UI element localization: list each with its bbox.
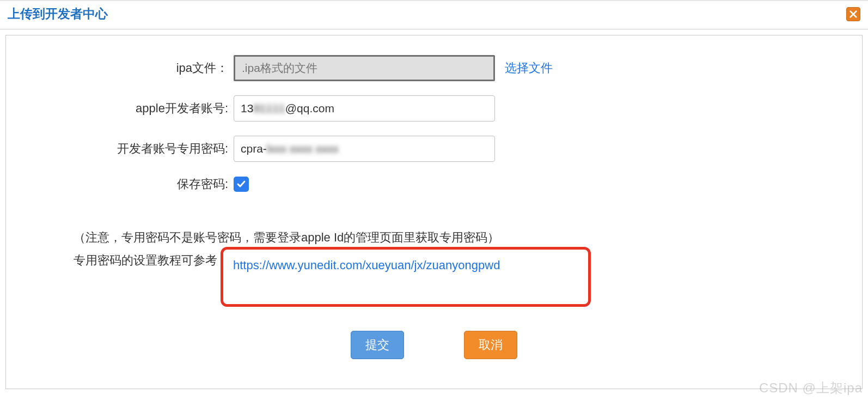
row-save-password: 保存密码: [6,176,862,192]
account-value-prefix: 13 [241,102,253,115]
app-password-label: 开发者账号专用密码: [6,141,234,157]
save-password-label: 保存密码: [6,176,234,192]
select-file-link[interactable]: 选择文件 [505,60,553,76]
submit-button[interactable]: 提交 [351,331,404,359]
ipa-file-label: ipa文件： [6,60,234,76]
dialog-title: 上传到开发者中心 [8,5,108,22]
dialog-body: ipa文件： 选择文件 apple开发者账号: 1381111@qq.com 开… [5,35,863,389]
tutorial-highlight-box: https://www.yunedit.com/xueyuan/jx/zuany… [221,247,591,307]
password-value-prefix: cpra- [241,142,267,155]
row-apple-account: apple开发者账号: 1381111@qq.com [6,95,862,122]
note-section: （注意，专用密码不是账号密码，需要登录apple Id的管理页面里获取专用密码）… [74,226,862,307]
row-ipa-file: ipa文件： 选择文件 [6,55,862,81]
save-password-checkbox[interactable] [234,177,249,192]
apple-account-input[interactable]: 1381111@qq.com [234,95,495,122]
tutorial-link[interactable]: https://www.yunedit.com/xueyuan/jx/zuany… [233,258,500,272]
app-password-input[interactable]: cpra-lxxx xxxx xxxx [234,136,495,162]
dialog-header: 上传到开发者中心 [0,0,868,29]
cancel-button[interactable]: 取消 [464,331,517,359]
watermark: CSDN @上架ipa [759,379,863,397]
close-button[interactable] [846,7,860,21]
close-icon [849,10,857,18]
ipa-file-input [234,55,495,81]
password-value-redacted: lxxx xxxx xxxx [267,142,339,155]
button-row: 提交 取消 [6,331,862,359]
note-line-1: （注意，专用密码不是账号密码，需要登录apple Id的管理页面里获取专用密码） [74,226,862,249]
account-value-redacted: 81111 [253,102,285,115]
note-line-2-prefix: 专用密码的设置教程可参考 [74,249,217,272]
apple-account-label: apple开发者账号: [6,100,234,117]
note-line-2: 专用密码的设置教程可参考 https://www.yunedit.com/xue… [74,249,862,307]
account-value-suffix: @qq.com [285,102,334,115]
row-app-password: 开发者账号专用密码: cpra-lxxx xxxx xxxx [6,136,862,162]
checkmark-icon [236,179,247,190]
